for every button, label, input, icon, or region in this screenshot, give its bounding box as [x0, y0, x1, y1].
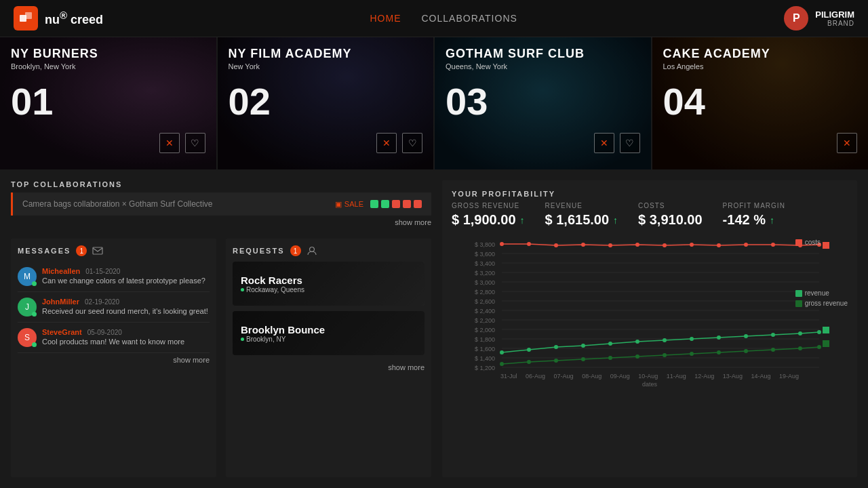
legend-dot-revenue — [795, 290, 802, 297]
metric-label-profit: PROFIT MARGIN — [723, 202, 785, 209]
color-dot-4 — [403, 200, 411, 208]
card-subtitle-1: Brooklyn, New York — [11, 62, 205, 70]
location-dot-1 — [241, 288, 244, 291]
msg-date-2: 02-19-2020 — [85, 298, 119, 306]
metric-value-gross: $ 1,900.00 ↑ — [452, 212, 525, 228]
card-like-btn-1[interactable]: ♡ — [185, 133, 205, 153]
x-label-1: 31-Jul — [500, 373, 517, 380]
msg-date-1: 01-15-2020 — [85, 268, 120, 275]
svg-point-54 — [744, 334, 748, 338]
logo-icon — [14, 6, 38, 30]
svg-point-58 — [500, 362, 504, 366]
svg-point-41 — [744, 243, 748, 247]
card-content-2: NY FILM ACADEMY New York 02 ✕ ♡ — [218, 37, 434, 169]
card-number-3: 03 — [446, 83, 640, 121]
svg-text:$ 2,400: $ 2,400 — [475, 308, 495, 314]
request-card-1[interactable]: Rock Racers Rockaway, Queens — [233, 262, 425, 306]
x-label-3: 07-Aug — [554, 373, 574, 380]
message-item-3[interactable]: S SteveGrant 05-09-2020 Cool products ma… — [18, 323, 210, 353]
svg-point-69 — [798, 346, 802, 350]
request-name-1: Rock Racers — [241, 274, 416, 286]
msg-content-3: SteveGrant 05-09-2020 Cool products man!… — [42, 328, 184, 347]
color-dots — [370, 200, 422, 208]
nav-home[interactable]: HOME — [370, 13, 401, 24]
svg-point-35 — [581, 243, 585, 247]
legend-gross: gross revenue — [795, 300, 848, 307]
svg-point-55 — [771, 333, 775, 337]
svg-point-66 — [717, 350, 721, 354]
x-label-2: 06-Aug — [526, 373, 545, 380]
card-title-1: NY BURNERS — [11, 47, 205, 61]
x-label-6: 10-Aug — [638, 373, 658, 380]
collab-text: Camera bags collaboration × Gotham Surf … — [22, 199, 213, 209]
svg-point-70 — [817, 345, 821, 349]
featured-section: NY BURNERS Brooklyn, New York 01 ✕ ♡ NY … — [0, 37, 868, 169]
msg-text-2: Received our seed round merch, it's look… — [42, 307, 208, 315]
requests-show-more[interactable]: show more — [233, 361, 425, 374]
msg-name-3: SteveGrant — [42, 328, 82, 336]
svg-point-50 — [635, 340, 639, 344]
svg-rect-73 — [823, 340, 829, 347]
profitability-chart: $ 3,800 $ 3,600 $ 3,400 $ 3,200 $ 3,000 … — [452, 239, 848, 374]
legend-dot-costs — [795, 239, 802, 246]
message-item-1[interactable]: M Micheallen 01-15-2020 Can we change co… — [18, 262, 210, 292]
x-label-11: 19-Aug — [779, 373, 799, 380]
sale-badge: ▣ SALE — [335, 200, 363, 209]
user-name: PILIGRIM — [815, 9, 854, 20]
card-subtitle-4: Los Angeles — [663, 62, 858, 70]
collab-main-text: Camera bags collaboration — [22, 199, 119, 209]
metric-profit: PROFIT MARGIN -142 % ↑ — [723, 202, 785, 228]
messages-show-more[interactable]: show more — [18, 353, 210, 367]
svg-point-64 — [663, 353, 667, 357]
requests-icon — [307, 245, 317, 256]
svg-point-68 — [771, 348, 775, 352]
card-number-4: 04 — [663, 83, 858, 121]
color-dot-2 — [381, 200, 389, 208]
collab-cross: × — [122, 199, 129, 209]
request-card-2[interactable]: Brooklyn Bounce Brooklyn, NY — [233, 311, 425, 355]
msg-content-2: JohnMiller 02-19-2020 Received our seed … — [42, 298, 208, 317]
requests-header: REQUESTS 1 — [233, 245, 425, 256]
request-location-1: Rockaway, Queens — [241, 286, 416, 293]
metric-value-rev: $ 1,615.00 ↑ — [545, 212, 618, 228]
msg-name-1: Micheallen — [42, 267, 80, 275]
svg-point-61 — [581, 357, 585, 361]
card-reject-btn-1[interactable]: ✕ — [159, 133, 180, 153]
svg-text:$ 3,000: $ 3,000 — [475, 279, 495, 286]
svg-point-51 — [663, 338, 667, 342]
message-icon — [92, 245, 103, 256]
card-like-btn-3[interactable]: ♡ — [620, 133, 640, 153]
card-reject-btn-3[interactable]: ✕ — [594, 133, 614, 153]
main-content: TOP COLLABORATIONS Camera bags collabora… — [0, 169, 868, 488]
messages-header-left: MESSAGES 1 — [18, 245, 103, 256]
x-label-10: 14-Aug — [751, 373, 770, 380]
message-item-2[interactable]: J JohnMiller 02-19-2020 Received our see… — [18, 292, 210, 323]
svg-point-56 — [798, 331, 802, 336]
svg-point-63 — [635, 354, 639, 359]
x-label-7: 11-Aug — [667, 373, 686, 380]
card-reject-btn-4[interactable]: ✕ — [837, 133, 857, 153]
user-info: PILIGRIM BRAND — [815, 9, 854, 27]
card-actions-3: ✕ ♡ — [594, 133, 640, 153]
collab-show-more[interactable]: show more — [11, 216, 431, 229]
svg-point-33 — [527, 242, 531, 246]
x-label-5: 09-Aug — [610, 373, 630, 380]
chart-area: $ 3,800 $ 3,600 $ 3,400 $ 3,200 $ 3,000 … — [452, 239, 848, 374]
svg-text:$ 2,000: $ 2,000 — [475, 327, 495, 333]
svg-text:$ 2,800: $ 2,800 — [475, 289, 495, 296]
nav-collaborations[interactable]: COLLABORATIONS — [422, 13, 517, 24]
svg-point-62 — [608, 356, 612, 360]
featured-card-3: GOTHAM SURF CLUB Queens, New York 03 ✕ ♡ — [435, 37, 652, 169]
x-label-4: 08-Aug — [582, 373, 601, 380]
card-title-2: NY FILM ACADEMY — [229, 47, 423, 61]
card-reject-btn-2[interactable]: ✕ — [376, 133, 397, 153]
svg-point-39 — [690, 243, 694, 247]
svg-point-59 — [527, 360, 531, 364]
messages-panel: MESSAGES 1 M Micheallen 01-15-2020 — [11, 239, 216, 477]
card-subtitle-3: Queens, New York — [446, 62, 640, 70]
svg-point-34 — [554, 243, 558, 247]
user-role: BRAND — [815, 20, 854, 27]
card-like-btn-2[interactable]: ♡ — [402, 133, 422, 153]
card-content-3: GOTHAM SURF CLUB Queens, New York 03 ✕ ♡ — [435, 37, 651, 169]
collab-item: Camera bags collaboration × Gotham Surf … — [11, 192, 431, 216]
